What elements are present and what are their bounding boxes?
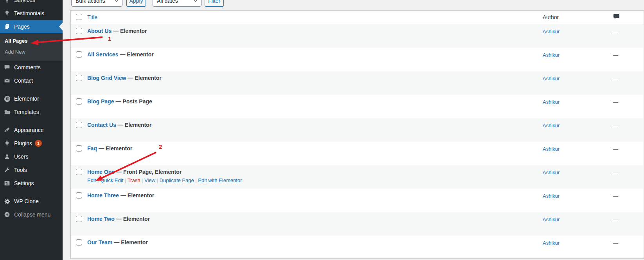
- row-checkbox[interactable]: [76, 75, 82, 81]
- author-link[interactable]: Ashikur: [543, 170, 559, 175]
- row-checkbox[interactable]: [76, 169, 82, 175]
- table-row: About Us— Elementor Ashikur —: [71, 24, 644, 48]
- page-title-link[interactable]: Our Team: [87, 239, 112, 246]
- title-column-header[interactable]: Title: [87, 14, 97, 20]
- admin-sidebar: Services Testimonials Pages All Pages Ad…: [0, 0, 63, 260]
- author-link[interactable]: Ashikur: [543, 99, 559, 105]
- sidebar-item-all-pages[interactable]: All Pages: [0, 36, 63, 47]
- author-link[interactable]: Ashikur: [543, 193, 559, 199]
- sidebar-item-plugins[interactable]: Plugins 1: [0, 137, 63, 150]
- sidebar-item-label: Testimonials: [14, 10, 44, 16]
- page-title-link[interactable]: About Us: [87, 28, 112, 34]
- row-action-view[interactable]: View: [144, 177, 160, 183]
- sidebar-item-label: Users: [14, 153, 29, 160]
- sidebar-item-services[interactable]: Services: [0, 0, 63, 7]
- table-row: Home One— Front Page, Elementor EditQuic…: [71, 165, 644, 189]
- row-action-edit-with-elementor[interactable]: Edit with Elementor: [198, 177, 242, 183]
- sidebar-item-appearance[interactable]: Appearance: [0, 123, 63, 137]
- sidebar-item-label: Collapse menu: [14, 211, 50, 218]
- author-link[interactable]: Ashikur: [543, 217, 559, 222]
- table-row: Our Team— Elementor Ashikur —: [71, 236, 644, 259]
- page-title-link[interactable]: Home Three: [87, 192, 119, 199]
- post-state: — Elementor: [120, 51, 153, 58]
- row-checkbox[interactable]: [76, 51, 82, 58]
- envelope-icon: [0, 78, 14, 84]
- page-title-link[interactable]: All Services: [87, 51, 118, 58]
- row-checkbox[interactable]: [76, 192, 82, 199]
- table-row: Faq— Elementor Ashikur —: [71, 142, 644, 165]
- current-menu-arrow: [59, 23, 63, 31]
- row-checkbox[interactable]: [76, 98, 82, 105]
- sidebar-item-add-new[interactable]: Add New: [0, 47, 63, 58]
- sidebar-item-label: Plugins: [14, 140, 32, 146]
- submenu-item-label: All Pages: [5, 38, 28, 44]
- post-state: — Front Page, Elementor: [116, 169, 182, 175]
- bulk-actions-value: Bulk actions: [76, 0, 105, 4]
- row-action-trash[interactable]: Trash: [128, 177, 144, 183]
- post-state: — Elementor: [114, 239, 148, 246]
- menu-separator: [0, 119, 63, 123]
- table-header-row: Title Author: [71, 11, 644, 24]
- sidebar-item-elementor[interactable]: Elementor: [0, 92, 63, 105]
- sidebar-item-templates[interactable]: Templates: [0, 105, 63, 119]
- pages-list-table: Title Author About Us— Elementor Ashikur: [70, 10, 644, 259]
- folder-icon: [0, 109, 14, 116]
- page-title-link[interactable]: Home One: [87, 169, 115, 175]
- filter-button[interactable]: Filter: [205, 0, 224, 7]
- row-action-edit[interactable]: Edit: [87, 177, 100, 183]
- row-checkbox[interactable]: [76, 239, 82, 246]
- settings-sliders-icon: [0, 180, 14, 186]
- post-state: — Elementor: [99, 145, 132, 152]
- post-state: — Posts Page: [115, 98, 152, 105]
- sidebar-item-label: WP Clone: [14, 198, 39, 204]
- chevron-down-icon: [111, 0, 119, 3]
- sidebar-item-users[interactable]: Users: [0, 150, 63, 163]
- sidebar-item-label: Tools: [14, 167, 27, 173]
- sidebar-item-testimonials[interactable]: Testimonials: [0, 7, 63, 20]
- sidebar-item-wp-clone[interactable]: WP Clone: [0, 195, 63, 208]
- row-actions: EditQuick EditTrashViewDuplicate PageEdi…: [87, 177, 539, 183]
- lightbulb-icon: [0, 0, 14, 3]
- sidebar-item-label: Appearance: [14, 127, 44, 133]
- sidebar-item-contact[interactable]: Contact: [0, 74, 63, 87]
- comments-value: —: [613, 99, 618, 105]
- row-checkbox[interactable]: [76, 122, 82, 128]
- page-title-link[interactable]: Blog Page: [87, 98, 114, 105]
- comments-value: —: [613, 29, 618, 34]
- post-state: — Elementor: [118, 122, 151, 128]
- author-link[interactable]: Ashikur: [543, 240, 559, 246]
- comments-value: —: [613, 240, 618, 246]
- sidebar-item-collapse-menu[interactable]: Collapse menu: [0, 208, 63, 221]
- sidebar-item-pages[interactable]: Pages: [0, 20, 63, 33]
- sidebar-item-label: Services: [14, 0, 35, 3]
- post-state: — Elementor: [116, 216, 150, 222]
- author-link[interactable]: Ashikur: [543, 123, 559, 128]
- page-title-link[interactable]: Faq: [87, 145, 97, 152]
- gear-icon: [0, 198, 14, 205]
- table-row: All Services— Elementor Ashikur —: [71, 48, 644, 71]
- comment-icon: [0, 64, 14, 70]
- pages-icon: [0, 23, 14, 30]
- row-checkbox[interactable]: [76, 145, 82, 152]
- author-link[interactable]: Ashikur: [543, 76, 559, 81]
- row-checkbox[interactable]: [76, 28, 82, 34]
- row-action-duplicate-page[interactable]: Duplicate Page: [160, 177, 198, 183]
- sidebar-item-tools[interactable]: Tools: [0, 163, 63, 177]
- author-link[interactable]: Ashikur: [543, 146, 559, 152]
- page-title-link[interactable]: Home Two: [87, 216, 115, 222]
- row-action-quick-edit[interactable]: Quick Edit: [100, 177, 128, 183]
- page-title-link[interactable]: Blog Grid View: [87, 75, 126, 81]
- pages-submenu: All Pages Add New: [0, 33, 63, 61]
- sidebar-item-settings[interactable]: Settings: [0, 177, 63, 190]
- all-dates-select[interactable]: All dates: [153, 0, 201, 7]
- author-link[interactable]: Ashikur: [543, 29, 559, 34]
- collapse-arrow-icon: [0, 211, 14, 218]
- bulk-actions-select[interactable]: Bulk actions: [71, 0, 122, 7]
- select-all-checkbox[interactable]: [76, 14, 82, 20]
- page-title-link[interactable]: Contact Us: [87, 122, 116, 128]
- sidebar-item-label: Contact: [14, 78, 33, 84]
- sidebar-item-comments[interactable]: Comments: [0, 61, 63, 74]
- row-checkbox[interactable]: [76, 216, 82, 222]
- apply-button[interactable]: Apply: [126, 0, 146, 7]
- author-link[interactable]: Ashikur: [543, 52, 559, 58]
